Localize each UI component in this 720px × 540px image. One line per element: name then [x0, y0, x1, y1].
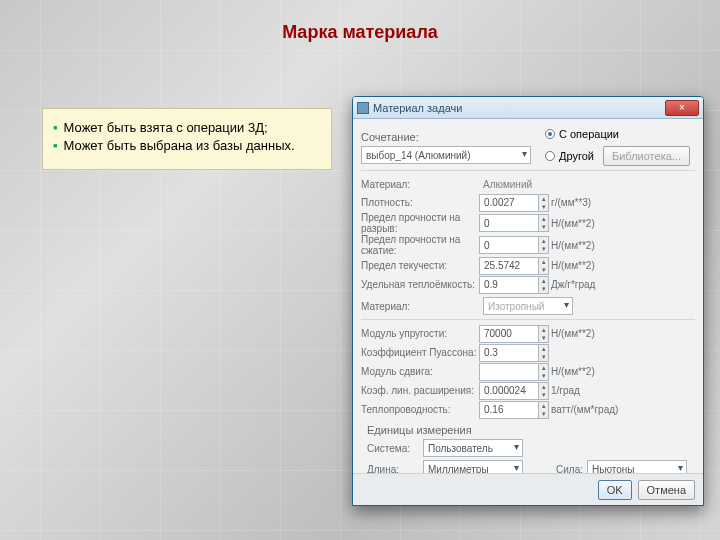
- app-icon: [357, 102, 369, 114]
- radio-icon: [545, 129, 555, 139]
- material-dialog: Материал задачи × Сочетание: выбор_14 (А…: [352, 96, 704, 506]
- radio-other[interactable]: [545, 151, 555, 161]
- spinner-icon: ▴▾: [539, 363, 549, 381]
- spinner-icon[interactable]: ▴▾: [539, 325, 549, 343]
- tensile-field[interactable]: 0: [479, 214, 539, 232]
- isotropy-combo[interactable]: Изотропный: [483, 297, 573, 315]
- units-title: Единицы измерения: [367, 424, 695, 436]
- unit-force-combo[interactable]: Ньютоны: [587, 460, 687, 473]
- spinner-icon[interactable]: ▴▾: [539, 401, 549, 419]
- combine-label: Сочетание:: [361, 131, 537, 143]
- bullet-item: ▪Может быть выбрана из базы данных.: [53, 137, 321, 155]
- unit-length-combo[interactable]: Миллиметры: [423, 460, 523, 473]
- dialog-body: Сочетание: выбор_14 (Алюминий) С операци…: [353, 119, 703, 473]
- radio-other-row: Другой Библиотека...: [545, 146, 695, 166]
- spinner-icon[interactable]: ▴▾: [539, 257, 549, 275]
- shear-field: [479, 363, 539, 381]
- expand-field[interactable]: 0.000024: [479, 382, 539, 400]
- dialog-footer: OK Отмена: [353, 473, 703, 505]
- bullet-icon: ▪: [53, 137, 58, 155]
- heat-field[interactable]: 0.9: [479, 276, 539, 294]
- spinner-icon[interactable]: ▴▾: [539, 194, 549, 212]
- conduct-field[interactable]: 0.16: [479, 401, 539, 419]
- radio-operation[interactable]: С операции: [545, 125, 695, 143]
- dialog-title: Материал задачи: [373, 102, 661, 114]
- combine-combo[interactable]: выбор_14 (Алюминий): [361, 146, 531, 164]
- bullet-item: ▪Может быть взята с операции 3Д;: [53, 119, 321, 137]
- spinner-icon[interactable]: ▴▾: [539, 344, 549, 362]
- bullet-text: Может быть взята с операции 3Д;: [64, 119, 268, 137]
- note-panel: ▪Может быть взята с операции 3Д; ▪Может …: [42, 108, 332, 170]
- spinner-icon[interactable]: ▴▾: [539, 276, 549, 294]
- poisson-field[interactable]: 0.3: [479, 344, 539, 362]
- young-field[interactable]: 70000: [479, 325, 539, 343]
- material-label: Материал:: [361, 179, 479, 190]
- spinner-icon[interactable]: ▴▾: [539, 382, 549, 400]
- close-button[interactable]: ×: [665, 100, 699, 116]
- cancel-button[interactable]: Отмена: [638, 480, 695, 500]
- page-title: Марка материала: [0, 22, 720, 43]
- compress-field[interactable]: 0: [479, 236, 539, 254]
- density-field[interactable]: 0.0027: [479, 194, 539, 212]
- ok-button[interactable]: OK: [598, 480, 632, 500]
- library-button[interactable]: Библиотека...: [603, 146, 690, 166]
- spinner-icon[interactable]: ▴▾: [539, 236, 549, 254]
- unit-system-combo[interactable]: Пользователь: [423, 439, 523, 457]
- material-value: Алюминий: [483, 179, 532, 190]
- titlebar: Материал задачи ×: [353, 97, 703, 119]
- yield-field[interactable]: 25.5742: [479, 257, 539, 275]
- bullet-text: Может быть выбрана из базы данных.: [64, 137, 295, 155]
- bullet-icon: ▪: [53, 119, 58, 137]
- spinner-icon[interactable]: ▴▾: [539, 214, 549, 232]
- density-row: Плотность: 0.0027 ▴▾ г/(мм**3): [361, 193, 695, 212]
